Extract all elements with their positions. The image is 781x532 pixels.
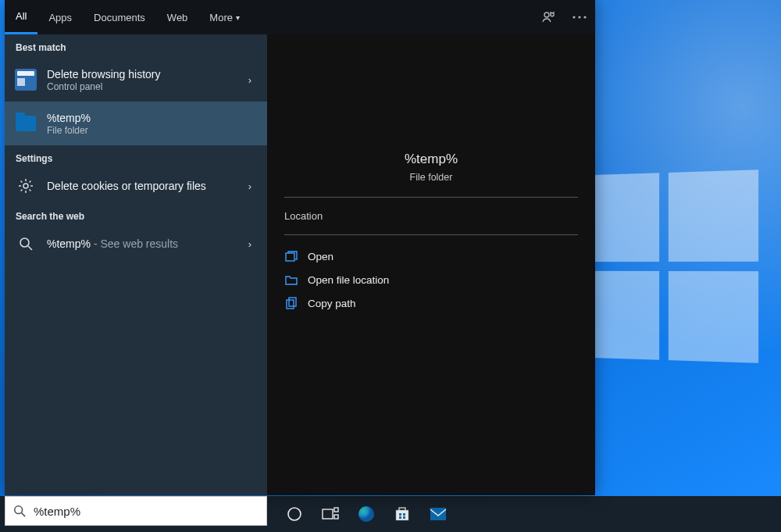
tab-all[interactable]: All — [5, 0, 37, 34]
svg-point-4 — [358, 506, 374, 522]
chevron-down-icon: ▾ — [236, 13, 240, 22]
taskbar-store-button[interactable] — [384, 496, 420, 532]
search-icon — [13, 505, 26, 517]
section-search-web: Search the web — [5, 203, 267, 227]
svg-rect-10 — [403, 516, 405, 519]
gear-icon — [18, 178, 34, 194]
svg-line-23 — [22, 513, 25, 516]
action-copy-path[interactable]: Copy path — [284, 291, 578, 315]
chevron-right-icon: › — [241, 180, 259, 192]
folder-open-icon — [284, 273, 298, 287]
svg-rect-5 — [396, 510, 408, 520]
windows-logo-icon — [575, 170, 758, 363]
detail-thumbnail — [284, 34, 578, 128]
search-input[interactable] — [34, 505, 259, 518]
result-temp-folder[interactable]: %temp% File folder — [5, 102, 267, 145]
taskbar-edge-button[interactable] — [348, 496, 384, 532]
detail-title: %temp% — [284, 152, 578, 167]
svg-point-12 — [544, 12, 549, 17]
more-options-button[interactable] — [564, 0, 595, 34]
svg-rect-6 — [399, 508, 405, 511]
svg-rect-1 — [323, 509, 333, 519]
svg-line-18 — [28, 246, 32, 250]
taskbar-taskview-button[interactable] — [312, 496, 348, 532]
tab-documents[interactable]: Documents — [83, 0, 156, 34]
result-web-search[interactable]: %temp% - See web results › — [5, 227, 267, 261]
result-delete-browsing-history[interactable]: Delete browsing history Control panel › — [5, 58, 267, 102]
svg-point-14 — [578, 16, 580, 18]
svg-rect-8 — [403, 513, 405, 516]
svg-rect-9 — [399, 516, 401, 519]
svg-point-15 — [583, 16, 586, 18]
svg-point-17 — [20, 238, 29, 247]
copy-icon — [284, 296, 298, 310]
svg-rect-21 — [289, 298, 296, 306]
chevron-right-icon: › — [241, 238, 259, 250]
detail-subtitle: File folder — [284, 172, 578, 183]
svg-point-13 — [572, 16, 575, 18]
action-open[interactable]: Open — [284, 245, 578, 268]
tab-apps[interactable]: Apps — [37, 0, 83, 34]
svg-rect-2 — [334, 508, 338, 512]
detail-location-label: Location — [284, 207, 578, 225]
details-pane: %temp% File folder Location Open Open fi… — [267, 0, 595, 495]
open-icon — [284, 249, 298, 263]
feedback-button[interactable] — [533, 0, 564, 34]
section-best-match: Best match — [5, 34, 267, 58]
search-flyout: All Apps Documents Web More▾ Best match … — [5, 0, 595, 495]
svg-point-22 — [15, 506, 23, 514]
svg-rect-11 — [430, 508, 446, 520]
folder-icon — [16, 116, 36, 131]
svg-rect-19 — [286, 253, 294, 261]
svg-point-16 — [23, 184, 28, 188]
tab-web[interactable]: Web — [156, 0, 199, 34]
taskbar-cortana-button[interactable] — [276, 496, 312, 532]
tab-more[interactable]: More▾ — [198, 0, 251, 34]
svg-point-0 — [288, 508, 301, 520]
control-panel-icon — [15, 69, 37, 91]
taskbar-mail-button[interactable] — [420, 496, 456, 532]
svg-rect-20 — [287, 300, 294, 309]
search-scope-tabs: All Apps Documents Web More▾ — [5, 0, 595, 34]
chevron-right-icon: › — [241, 74, 259, 86]
results-pane: Best match Delete browsing history Contr… — [5, 0, 267, 495]
section-settings: Settings — [5, 145, 267, 169]
search-box[interactable] — [5, 496, 267, 526]
svg-rect-7 — [399, 513, 401, 516]
action-open-file-location[interactable]: Open file location — [284, 268, 578, 291]
search-icon — [19, 237, 33, 251]
result-delete-cookies[interactable]: Delete cookies or temporary files › — [5, 169, 267, 203]
svg-rect-3 — [334, 515, 338, 519]
